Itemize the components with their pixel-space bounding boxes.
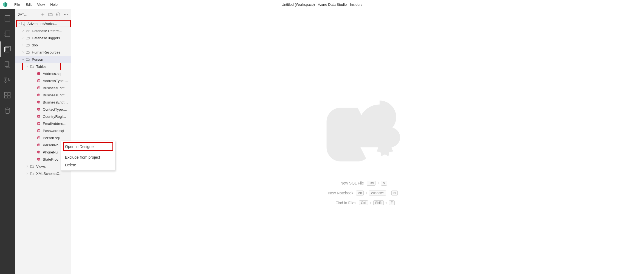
chevron-right-icon <box>21 29 25 33</box>
svg-rect-9 <box>6 63 10 68</box>
tree-item-sql[interactable]: BusinessEntit… <box>15 91 71 99</box>
tree-item-xmlschema[interactable]: XMLSchemaC… <box>15 170 71 177</box>
activity-source-control[interactable] <box>0 72 15 88</box>
editor-area: New SQL File Ctrl + N New Notebook Alt +… <box>71 9 644 274</box>
plus-sep: + <box>388 191 390 195</box>
svg-rect-7 <box>6 46 10 51</box>
folder-icon <box>25 35 30 40</box>
svg-point-31 <box>37 94 40 95</box>
svg-rect-23 <box>22 22 24 25</box>
tree-label: ContactType.… <box>43 107 67 111</box>
svg-rect-8 <box>5 62 9 67</box>
sql-icon <box>36 135 41 140</box>
sql-icon <box>36 71 41 76</box>
tree-label: PhoneNu <box>43 150 58 154</box>
tree-root-label: AdventureWorks… <box>27 22 57 26</box>
chevron-right-icon <box>25 164 30 169</box>
window-title: Untitled (Workspace) - Azure Data Studio… <box>282 2 363 7</box>
tree-item-sql[interactable]: EmailAddres… <box>15 120 71 127</box>
tree-item-human-resources[interactable]: HumanResources <box>15 49 71 56</box>
svg-point-11 <box>5 81 6 83</box>
tree-item-sql[interactable]: Password.sql <box>15 127 71 134</box>
svg-rect-2 <box>5 31 10 37</box>
tree-label: dbo <box>32 43 38 47</box>
svg-rect-6 <box>5 47 9 52</box>
sql-icon <box>36 150 41 155</box>
activity-connections[interactable] <box>0 11 15 26</box>
activity-extensions[interactable] <box>0 88 15 103</box>
menu-file[interactable]: File <box>12 1 23 8</box>
tree-item-sql[interactable]: BusinessEntit… <box>15 99 71 106</box>
tree-item-sql[interactable]: Person.sql <box>15 134 71 141</box>
tree-label: AddressType.… <box>43 79 68 83</box>
plus-sep: + <box>370 201 372 205</box>
menu-help[interactable]: Help <box>47 1 60 8</box>
ctx-delete[interactable]: Delete <box>61 161 115 169</box>
menu-edit[interactable]: Edit <box>23 1 34 8</box>
shortcut-label: New Notebook <box>318 191 353 195</box>
tree-label: StateProv <box>43 157 58 161</box>
tree-label: EmailAddres… <box>43 122 67 126</box>
svg-rect-25 <box>26 30 27 31</box>
tree-root[interactable]: AdventureWorks… <box>15 20 71 27</box>
svg-point-21 <box>66 14 66 14</box>
svg-rect-16 <box>8 96 10 98</box>
tree-item-sql[interactable]: ContactType.… <box>15 106 71 113</box>
tree-item-sql[interactable]: Address.sql <box>15 70 71 77</box>
shortcut-find-in-files: Find in Files Ctrl + Shift + F <box>318 200 397 205</box>
shortcut-label: New SQL File <box>328 181 364 185</box>
tree-item-database-triggers[interactable]: DatabaseTriggers <box>15 34 71 41</box>
menu-bar: File Edit View Help <box>12 1 60 8</box>
tree-item-tables[interactable]: Tables <box>15 63 71 70</box>
activity-notebooks[interactable] <box>0 26 15 41</box>
plus-sep: + <box>385 201 387 205</box>
tree-item-dbo[interactable]: dbo <box>15 41 71 49</box>
svg-point-39 <box>37 151 40 152</box>
folder-icon <box>30 164 35 169</box>
ctx-open-in-designer[interactable]: Open in Designer <box>61 143 115 150</box>
svg-point-22 <box>67 14 67 14</box>
plus-icon[interactable] <box>40 12 45 18</box>
svg-rect-0 <box>5 16 10 21</box>
key: Shift <box>373 200 384 205</box>
tree-item-sql[interactable]: AddressType.… <box>15 77 71 84</box>
activity-search[interactable] <box>0 57 15 72</box>
tree-label: Password.sql <box>43 129 64 133</box>
svg-point-38 <box>37 144 40 145</box>
activity-bar <box>0 9 15 274</box>
chevron-right-icon <box>25 171 30 176</box>
tree-label: Views <box>36 164 46 169</box>
folder-icon <box>30 171 35 176</box>
plus-sep: + <box>365 191 367 195</box>
tree-label: Person <box>32 57 43 61</box>
activity-database[interactable] <box>0 103 15 118</box>
panel-header: DAT… <box>15 9 71 20</box>
tree-label: DatabaseTriggers <box>32 36 60 40</box>
refresh-icon[interactable] <box>56 12 61 18</box>
sql-icon <box>36 93 41 97</box>
svg-point-34 <box>37 115 40 116</box>
tree-item-sql[interactable]: BusinessEntit… <box>15 84 71 91</box>
folder-icon <box>25 57 30 62</box>
menu-view[interactable]: View <box>34 1 47 8</box>
tree-item-database-references[interactable]: Database Refere… <box>15 27 71 34</box>
svg-point-37 <box>37 136 40 138</box>
tree-label: Database Refere… <box>32 29 62 33</box>
sql-icon <box>36 114 41 119</box>
key: N <box>381 181 387 186</box>
shortcut-new-sql: New SQL File Ctrl + N <box>318 181 397 186</box>
folder-icon <box>25 50 30 55</box>
ctx-exclude-from-project[interactable]: Exclude from project <box>61 153 115 161</box>
more-icon[interactable] <box>63 12 68 18</box>
sql-icon <box>36 157 41 162</box>
svg-rect-14 <box>8 93 10 95</box>
sql-icon <box>36 121 41 126</box>
tree-label: Tables <box>36 65 47 69</box>
tree-item-sql[interactable]: CountryRegi… <box>15 113 71 120</box>
activity-explorer[interactable] <box>0 41 15 57</box>
sql-icon <box>36 85 41 90</box>
open-folder-icon[interactable] <box>48 12 53 18</box>
chevron-right-icon <box>21 36 25 40</box>
folder-icon <box>25 43 30 47</box>
tree-item-person[interactable]: Person <box>15 56 71 63</box>
